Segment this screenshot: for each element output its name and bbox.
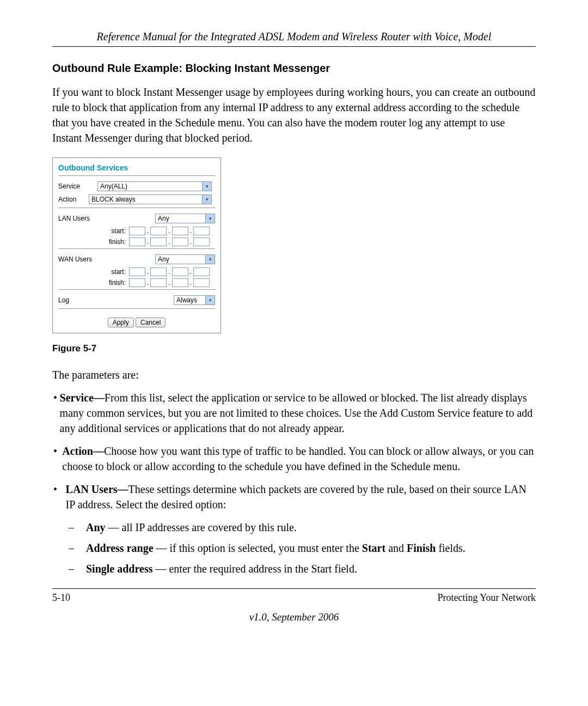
bullet-icon: • bbox=[52, 482, 66, 512]
footer-rule bbox=[52, 588, 536, 589]
lan-text: These settings determine which packets a… bbox=[66, 483, 526, 510]
any-text: — all IP addresses are covered by this r… bbox=[106, 521, 297, 533]
header-rule bbox=[52, 46, 536, 47]
figure-title: Outbound Services bbox=[58, 163, 215, 172]
ip-octet-input[interactable] bbox=[150, 278, 167, 287]
service-bold: Service— bbox=[60, 392, 105, 404]
cancel-button[interactable]: Cancel bbox=[136, 318, 166, 327]
service-label: Service bbox=[58, 182, 95, 190]
ip-octet-input[interactable] bbox=[150, 267, 167, 276]
list-item: • Action—Choose how you want this type o… bbox=[52, 443, 536, 474]
wan-finish-row: finish: . . . bbox=[58, 278, 215, 287]
list-sub-item: – Single address — enter the required ad… bbox=[52, 561, 536, 576]
ip-octet-input[interactable] bbox=[150, 238, 167, 246]
range-text-c: fields. bbox=[436, 542, 465, 554]
list-sub-item: – Any — all IP addresses are covered by … bbox=[52, 520, 536, 535]
dash-icon: – bbox=[69, 561, 86, 576]
finish-label: finish: bbox=[58, 279, 128, 287]
single-text: — enter the required address in the Star… bbox=[152, 563, 357, 575]
action-text: Choose how you want this type of traffic… bbox=[62, 445, 534, 472]
log-label: Log bbox=[58, 296, 95, 304]
page-number: 5-10 bbox=[52, 592, 70, 604]
ip-octet-input[interactable] bbox=[129, 238, 145, 246]
bullet-icon: • bbox=[52, 443, 62, 474]
divider bbox=[58, 208, 215, 208]
chapter-title: Protecting Your Network bbox=[438, 592, 536, 604]
log-select[interactable]: Always ▾ bbox=[174, 295, 215, 305]
lan-bold: LAN Users— bbox=[66, 483, 128, 495]
ip-octet-input[interactable] bbox=[193, 238, 210, 246]
figure-panel: Outbound Services Service Any(ALL) ▾ Act… bbox=[52, 157, 221, 333]
bullet-list: • Service—From this list, select the app… bbox=[52, 390, 536, 576]
ip-octet-input[interactable] bbox=[172, 278, 188, 287]
lan-finish-row: finish: . . . bbox=[58, 238, 215, 246]
action-row: Action BLOCK always ▾ bbox=[58, 194, 215, 204]
section-paragraph: If you want to block Instant Messenger u… bbox=[52, 84, 536, 145]
params-intro: The parameters are: bbox=[52, 367, 536, 382]
ip-octet-input[interactable] bbox=[172, 227, 188, 235]
ip-octet-input[interactable] bbox=[172, 238, 188, 246]
ip-octet-input[interactable] bbox=[172, 267, 188, 276]
wan-users-row: WAN Users Any ▾ bbox=[58, 254, 215, 264]
lan-users-select[interactable]: Any ▾ bbox=[155, 214, 215, 223]
lan-start-row: start: . . . bbox=[58, 227, 215, 235]
wan-users-value: Any bbox=[156, 255, 205, 263]
range-text-b: and bbox=[385, 542, 407, 554]
divider bbox=[58, 248, 215, 249]
action-value: BLOCK always bbox=[89, 196, 202, 203]
chevron-down-icon: ▾ bbox=[205, 214, 215, 223]
list-item: • Service—From this list, select the app… bbox=[52, 390, 536, 436]
bullet-icon: • bbox=[52, 390, 60, 436]
service-text: From this list, select the application o… bbox=[60, 392, 533, 434]
action-select[interactable]: BLOCK always ▾ bbox=[89, 194, 212, 204]
section-heading: Outbound Rule Example: Blocking Instant … bbox=[52, 62, 536, 75]
list-item: • LAN Users—These settings determine whi… bbox=[52, 482, 536, 512]
buttons-row: Apply Cancel bbox=[58, 314, 215, 327]
apply-button[interactable]: Apply bbox=[108, 318, 134, 327]
chevron-down-icon: ▾ bbox=[202, 195, 211, 204]
ip-octet-input[interactable] bbox=[193, 278, 210, 287]
ip-octet-input[interactable] bbox=[129, 278, 145, 287]
any-bold: Any bbox=[86, 521, 106, 533]
finish-bold: Finish bbox=[407, 542, 436, 554]
chevron-down-icon: ▾ bbox=[205, 255, 215, 264]
service-select[interactable]: Any(ALL) ▾ bbox=[97, 181, 212, 191]
start-bold: Start bbox=[362, 542, 385, 554]
dash-icon: – bbox=[69, 540, 86, 556]
lan-users-row: LAN Users Any ▾ bbox=[58, 214, 215, 223]
ip-octet-input[interactable] bbox=[129, 227, 145, 235]
log-row: Log Always ▾ bbox=[58, 295, 215, 305]
lan-users-label: LAN Users bbox=[58, 215, 95, 222]
finish-label: finish: bbox=[58, 238, 128, 246]
service-value: Any(ALL) bbox=[98, 182, 202, 190]
start-label: start: bbox=[58, 268, 128, 276]
footer-version: v1.0, September 2006 bbox=[52, 611, 536, 623]
divider bbox=[58, 289, 215, 290]
chevron-down-icon: ▾ bbox=[205, 296, 215, 305]
ip-octet-input[interactable] bbox=[193, 267, 210, 276]
wan-users-label: WAN Users bbox=[58, 255, 95, 263]
service-row: Service Any(ALL) ▾ bbox=[58, 181, 215, 191]
doc-header: Reference Manual for the Integrated ADSL… bbox=[52, 31, 536, 43]
wan-start-row: start: . . . bbox=[58, 267, 215, 276]
range-bold: Address range bbox=[86, 542, 154, 554]
ip-octet-input[interactable] bbox=[129, 267, 145, 276]
range-text-a: — if this option is selected, you must e… bbox=[154, 542, 362, 554]
single-bold: Single address bbox=[86, 563, 152, 575]
chevron-down-icon: ▾ bbox=[202, 182, 211, 191]
dash-icon: – bbox=[69, 520, 86, 535]
list-sub-item: – Address range — if this option is sele… bbox=[52, 540, 536, 556]
figure-caption: Figure 5-7 bbox=[52, 343, 536, 354]
start-label: start: bbox=[58, 227, 128, 235]
lan-users-value: Any bbox=[156, 215, 205, 222]
action-bold: Action— bbox=[62, 445, 104, 457]
wan-users-select[interactable]: Any ▾ bbox=[155, 254, 215, 264]
ip-octet-input[interactable] bbox=[193, 227, 210, 235]
log-value: Always bbox=[174, 296, 205, 304]
ip-octet-input[interactable] bbox=[150, 227, 167, 235]
divider bbox=[58, 308, 215, 309]
divider bbox=[58, 175, 215, 176]
footer-row: 5-10 Protecting Your Network bbox=[52, 592, 536, 604]
